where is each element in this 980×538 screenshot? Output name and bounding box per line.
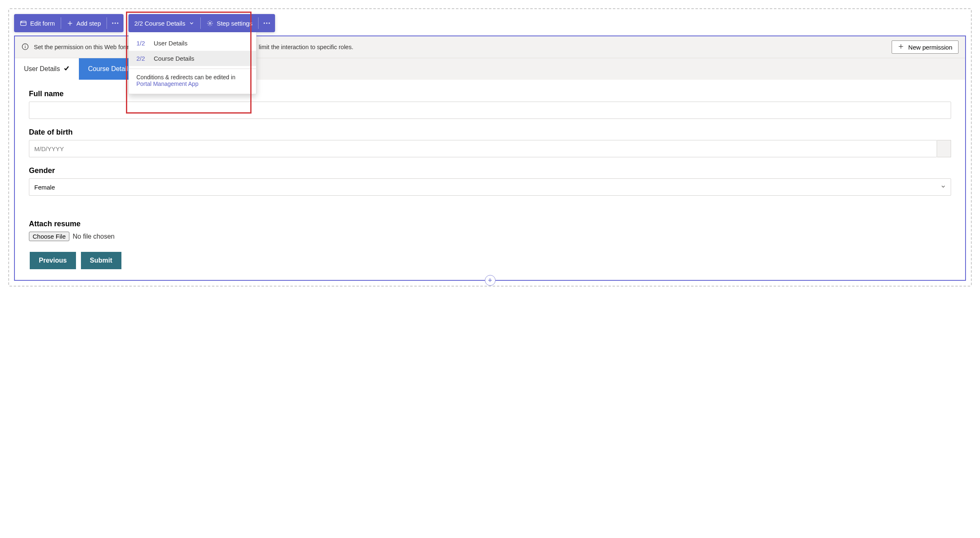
previous-button[interactable]: Previous xyxy=(30,252,76,269)
file-status: No file chosen xyxy=(73,233,114,240)
field-dob: Date of birth xyxy=(29,128,951,157)
svg-point-9 xyxy=(264,22,265,24)
form-icon xyxy=(20,20,27,27)
attach-label: Attach resume xyxy=(29,220,951,228)
plus-icon xyxy=(898,43,904,51)
add-step-label: Add step xyxy=(76,20,101,27)
edit-form-label: Edit form xyxy=(30,20,55,27)
dropdown-item-user-details[interactable]: 1/2 User Details xyxy=(129,36,256,51)
step-dropdown: 1/2 User Details 2/2 Course Details Cond… xyxy=(128,32,256,94)
tab-label: Course Details xyxy=(88,65,131,73)
svg-point-14 xyxy=(25,45,25,45)
svg-point-6 xyxy=(115,22,116,24)
ellipsis-icon xyxy=(112,22,119,24)
gender-label: Gender xyxy=(29,166,951,175)
dob-label: Date of birth xyxy=(29,128,951,137)
check-icon xyxy=(63,65,70,73)
dob-input[interactable] xyxy=(29,140,937,157)
add-section-button[interactable]: + xyxy=(485,275,496,286)
step-selector-label: 2/2 Course Details xyxy=(134,20,185,27)
toolbar-chip-form: Edit form Add step xyxy=(14,14,123,32)
svg-point-8 xyxy=(209,22,211,24)
gear-icon xyxy=(206,20,214,27)
designer-canvas: Edit form Add step 2/2 Course Details xyxy=(8,8,972,287)
step-settings-button[interactable]: Step settings xyxy=(201,14,259,32)
svg-point-7 xyxy=(117,22,119,24)
add-step-button[interactable]: Add step xyxy=(61,14,107,32)
form-more-button[interactable] xyxy=(107,14,123,32)
new-permission-button[interactable]: New permission xyxy=(892,40,959,54)
svg-point-11 xyxy=(269,22,270,24)
chevron-down-icon xyxy=(189,20,195,26)
full-name-input[interactable] xyxy=(29,102,951,119)
dropdown-item-course-details[interactable]: 2/2 Course Details xyxy=(129,51,256,66)
field-gender: Gender Female xyxy=(29,166,951,196)
svg-point-2 xyxy=(21,21,22,22)
tab-label: User Details xyxy=(24,65,60,73)
step-selector-button[interactable]: 2/2 Course Details xyxy=(128,14,200,32)
step-number: 2/2 xyxy=(136,55,149,62)
step-label: Course Details xyxy=(154,55,194,62)
svg-point-5 xyxy=(112,22,114,24)
plus-icon xyxy=(67,20,73,26)
dropdown-footer-text: Conditions & redirects can be edited in xyxy=(136,74,235,81)
step-more-button[interactable] xyxy=(259,14,275,32)
field-attach-resume: Attach resume Choose File No file chosen xyxy=(29,220,951,241)
gender-select[interactable]: Female xyxy=(29,178,951,196)
new-permission-label: New permission xyxy=(908,44,952,51)
step-number: 1/2 xyxy=(136,40,149,47)
step-label: User Details xyxy=(154,40,187,47)
toolbar: Edit form Add step 2/2 Course Details xyxy=(14,14,966,32)
toolbar-chip-step: 2/2 Course Details Step settings xyxy=(128,14,275,32)
info-icon xyxy=(21,43,29,52)
edit-form-button[interactable]: Edit form xyxy=(14,14,61,32)
choose-file-button[interactable]: Choose File xyxy=(29,232,69,241)
tab-user-details[interactable]: User Details xyxy=(15,58,79,80)
form-actions: Previous Submit xyxy=(29,250,951,277)
step-settings-label: Step settings xyxy=(217,20,253,27)
plus-icon: + xyxy=(488,277,492,284)
submit-button[interactable]: Submit xyxy=(81,252,121,269)
dropdown-footer: Conditions & redirects can be edited in … xyxy=(129,69,256,94)
form-body: Full name Date of birth Gender Female xyxy=(15,80,965,280)
svg-point-10 xyxy=(266,22,268,24)
portal-management-link[interactable]: Portal Management App xyxy=(136,81,198,87)
date-picker-button[interactable] xyxy=(937,140,951,157)
ellipsis-icon xyxy=(263,22,270,24)
